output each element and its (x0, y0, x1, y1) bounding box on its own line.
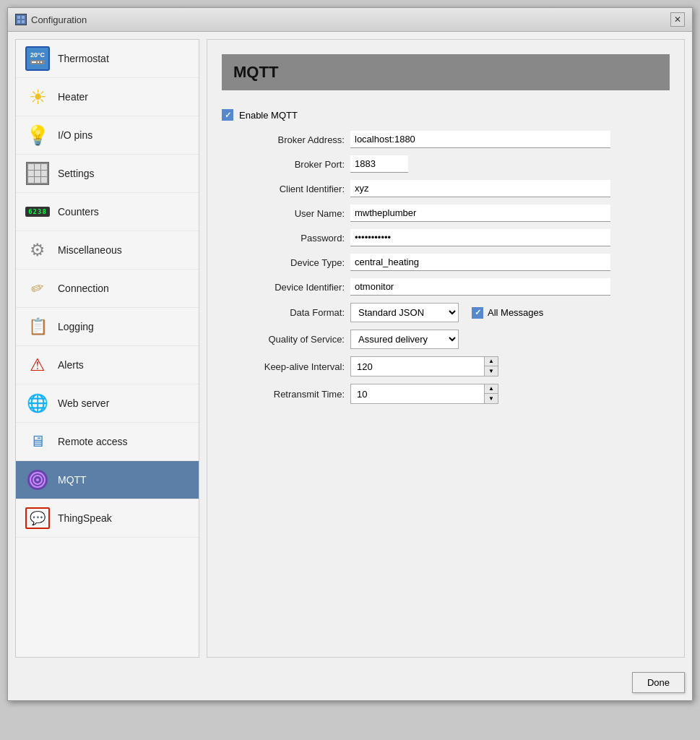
window-icon (15, 14, 27, 25)
all-messages-group: All Messages (472, 307, 543, 319)
device-identifier-label: Device Identifier: (222, 282, 345, 293)
device-type-input[interactable] (350, 254, 610, 271)
qos-row: Quality of Service: Assured delivery At … (222, 330, 670, 349)
main-panel: MQTT Enable MQTT Broker Address: Broker … (207, 39, 685, 658)
data-format-controls: Standard JSON Custom JSON CSV All Messag… (350, 303, 543, 322)
sidebar-item-remoteaccess[interactable]: 🖥 Remote access (16, 423, 199, 461)
titlebar-left: Configuration (15, 14, 87, 25)
settings-grid-icon (25, 160, 51, 186)
bulb-icon: 💡 (25, 122, 51, 148)
data-format-select[interactable]: Standard JSON Custom JSON CSV (350, 303, 459, 322)
enable-mqtt-row: Enable MQTT (222, 109, 670, 121)
sidebar-item-heater[interactable]: ☀ Heater (16, 78, 199, 116)
svg-rect-3 (22, 20, 25, 23)
sidebar-item-iopins[interactable]: 💡 I/O pins (16, 116, 199, 155)
sidebar-item-connection[interactable]: ✏ Connection (16, 270, 199, 308)
data-format-label: Data Format: (222, 307, 345, 318)
retransmit-row: Retransmit Time: ▲ ▼ (222, 384, 670, 404)
all-messages-label: All Messages (488, 307, 543, 318)
data-format-row: Data Format: Standard JSON Custom JSON C… (222, 303, 670, 322)
svg-point-11 (36, 478, 39, 481)
broker-port-row: Broker Port: (222, 155, 670, 173)
username-input[interactable] (350, 205, 610, 222)
all-messages-checkbox[interactable] (472, 307, 483, 319)
counter-icon: 6238 (25, 199, 51, 225)
sidebar-label-mqtt: MQTT (58, 474, 87, 486)
sidebar-label-thingspeak: ThingSpeak (58, 512, 112, 524)
thermostat-icon: 20°C (25, 46, 51, 72)
password-label: Password: (222, 233, 345, 244)
content-area: 20°C Thermostat ☀ Heater 💡 I/O pins (8, 32, 692, 665)
broker-address-input[interactable] (350, 131, 610, 148)
qos-select[interactable]: Assured delivery At most once At least o… (350, 330, 459, 349)
footer: Done (8, 665, 692, 700)
sidebar-label-connection: Connection (58, 283, 109, 294)
titlebar: Configuration ✕ (8, 8, 692, 32)
keepalive-spinner: ▲ ▼ (350, 356, 498, 377)
configuration-window: Configuration ✕ 20°C Thermostat ☀ (7, 7, 693, 701)
enable-mqtt-checkbox[interactable] (222, 109, 233, 121)
window-title: Configuration (31, 14, 87, 25)
svg-rect-7 (40, 61, 42, 63)
broker-port-input[interactable] (350, 155, 408, 173)
keepalive-input[interactable] (351, 357, 484, 376)
qos-label: Quality of Service: (222, 334, 345, 345)
svg-rect-2 (17, 20, 20, 23)
sidebar-label-thermostat: Thermostat (58, 53, 109, 64)
logging-icon: 📋 (25, 314, 51, 340)
password-input[interactable] (350, 229, 610, 246)
svg-rect-1 (22, 16, 25, 19)
done-button[interactable]: Done (632, 672, 685, 693)
sidebar-item-thermostat[interactable]: 20°C Thermostat (16, 40, 199, 78)
retransmit-input[interactable] (351, 384, 484, 403)
sidebar-item-mqtt[interactable]: MQTT (16, 461, 199, 499)
device-type-label: Device Type: (222, 257, 345, 268)
client-identifier-label: Client Identifier: (222, 184, 345, 194)
close-button[interactable]: ✕ (670, 12, 685, 27)
svg-rect-5 (32, 61, 36, 63)
sidebar-item-miscellaneous[interactable]: ⚙ Miscellaneous (16, 231, 199, 270)
keepalive-label: Keep-alive Interval: (222, 361, 345, 372)
sidebar-item-counters[interactable]: 6238 Counters (16, 193, 199, 231)
device-identifier-input[interactable] (350, 278, 610, 296)
device-identifier-row: Device Identifier: (222, 278, 670, 296)
broker-address-label: Broker Address: (222, 134, 345, 145)
broker-address-row: Broker Address: (222, 131, 670, 148)
sidebar: 20°C Thermostat ☀ Heater 💡 I/O pins (15, 39, 199, 658)
enable-mqtt-label: Enable MQTT (239, 110, 298, 121)
keepalive-spinner-btns: ▲ ▼ (484, 357, 498, 376)
keepalive-row: Keep-alive Interval: ▲ ▼ (222, 356, 670, 377)
panel-title-bar: MQTT (222, 54, 670, 90)
connection-icon: ✏ (25, 275, 51, 301)
thingspeak-icon: 💬 (25, 505, 51, 531)
sidebar-label-counters: Counters (58, 206, 99, 218)
sidebar-label-settings: Settings (58, 168, 95, 179)
keepalive-increment-button[interactable]: ▲ (485, 357, 498, 366)
retransmit-label: Retransmit Time: (222, 389, 345, 400)
sidebar-item-settings[interactable]: Settings (16, 155, 199, 193)
client-identifier-row: Client Identifier: (222, 180, 670, 197)
sidebar-item-webserver[interactable]: 🌐 Web server (16, 384, 199, 423)
alert-icon: ⚠ (25, 352, 51, 378)
sidebar-label-heater: Heater (58, 91, 88, 103)
sidebar-item-logging[interactable]: 📋 Logging (16, 308, 199, 346)
sun-icon: ☀ (25, 84, 51, 110)
password-row: Password: (222, 229, 670, 246)
sidebar-item-alerts[interactable]: ⚠ Alerts (16, 346, 199, 384)
sidebar-item-thingspeak[interactable]: 💬 ThingSpeak (16, 499, 199, 538)
retransmit-decrement-button[interactable]: ▼ (485, 394, 498, 403)
computer-icon: 🖥 (25, 429, 51, 455)
sidebar-label-miscellaneous: Miscellaneous (58, 244, 122, 256)
client-identifier-input[interactable] (350, 180, 610, 197)
globe-icon: 🌐 (25, 390, 51, 416)
keepalive-decrement-button[interactable]: ▼ (485, 366, 498, 376)
retransmit-increment-button[interactable]: ▲ (485, 384, 498, 394)
device-type-row: Device Type: (222, 254, 670, 271)
svg-rect-6 (38, 61, 39, 63)
sidebar-label-logging: Logging (58, 321, 94, 332)
username-label: User Name: (222, 208, 345, 219)
retransmit-spinner: ▲ ▼ (350, 384, 498, 404)
sidebar-label-remoteaccess: Remote access (58, 436, 127, 447)
retransmit-spinner-btns: ▲ ▼ (484, 384, 498, 403)
sidebar-label-iopins: I/O pins (58, 129, 92, 141)
